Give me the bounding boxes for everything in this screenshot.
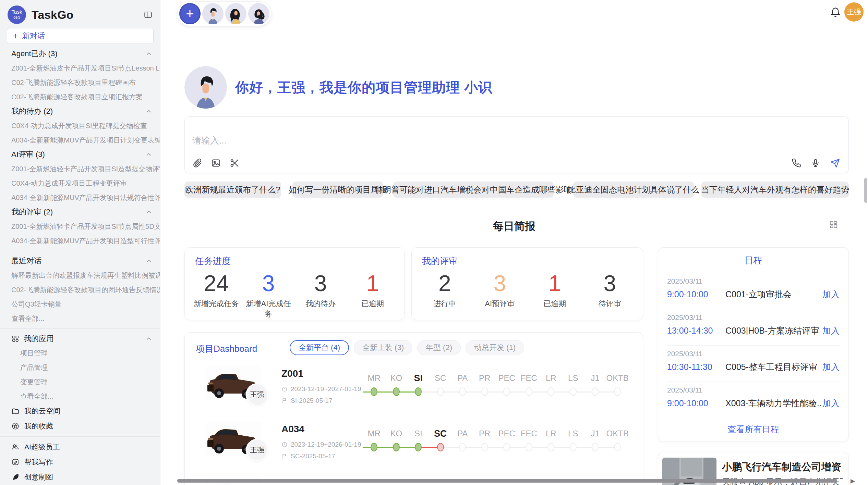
suggestion-chip[interactable]: 当下年轻人对汽车外观有怎样的喜好趋势 <box>701 182 849 198</box>
session-avatar-3[interactable] <box>248 3 269 24</box>
schedule-date: 2025/03/11 <box>667 350 840 358</box>
section-title: 我的应用 <box>24 334 145 344</box>
scrollbar-thumb[interactable] <box>177 479 837 483</box>
chevron-up-icon <box>145 208 153 216</box>
section-my-review[interactable]: 我的评审 (2) <box>0 205 160 219</box>
card-title: 我的评审 <box>422 255 458 267</box>
sidebar-item[interactable]: A034-全新新能源MUV产品开发项目造型可行性评审 <box>0 234 160 248</box>
sidebar-item[interactable]: Z001-全新燃油轻卡产品开发项目SI节点属性5D文件评审 <box>0 219 160 234</box>
join-meeting-button[interactable]: 加入 <box>822 361 840 373</box>
section-my-apps[interactable]: 我的应用 <box>0 332 160 346</box>
app-item-change-mgmt[interactable]: 变更管理 <box>0 375 160 389</box>
avatar-man-icon <box>202 3 224 24</box>
sidebar-item[interactable]: C02-飞腾新能源轻客改款项目立项汇报方案 <box>0 90 160 104</box>
section-recent-chats[interactable]: 最近对话 <box>0 254 160 268</box>
card-title: 任务进度 <box>195 255 231 267</box>
milestone-track: MRKOSISCPAPRPECFECLRLSJ1OKTB <box>363 365 634 418</box>
suggestion-chip[interactable]: 特朗普可能对进口汽车增税会对中国车企造成哪些影响 <box>393 182 554 198</box>
view-all-schedule-link[interactable]: 查看所有日程 <box>667 418 840 440</box>
join-meeting-button[interactable]: 加入 <box>822 398 840 409</box>
section-agent-done[interactable]: Agent已办 (3) <box>0 47 160 61</box>
schedule-item: 2025/03/11 9:00-10:00 X003-车辆动力学性能验... 加… <box>667 382 840 418</box>
sidebar-item[interactable]: C0X4-动力总成开发项目SI里程碑提交物检查 <box>0 119 160 133</box>
sidebar-item[interactable]: Z001-全新燃油轻卡产品开发项目SI造型提交物评审 <box>0 162 160 176</box>
collapse-sidebar-button[interactable] <box>144 10 153 19</box>
voice-call-button[interactable] <box>792 158 801 168</box>
tab-model-year[interactable]: 年型 (2) <box>417 340 461 355</box>
notifications-button[interactable] <box>830 7 841 19</box>
schedule-time: 9:00-10:00 <box>667 398 725 408</box>
stat-row: 2进行中 3AI预评审 1已逾期 3待评审 <box>417 271 637 309</box>
project-row[interactable]: 王强 Z001 2023-12-19~2027-01-19 SI-2025-05… <box>185 365 643 418</box>
project-owner-avatar: 王强 <box>246 383 268 406</box>
project-row[interactable]: 王强 A034 2023-12-19~2026-01-19 SC-2025-05… <box>185 421 643 473</box>
schedule-date: 2025/03/11 <box>667 313 840 322</box>
stat-ai-prereview: 3AI预评审 <box>472 271 528 309</box>
sidebar-item[interactable]: A034-全新新能源MUV产品开发项目法规符合性评审 <box>0 190 160 205</box>
microphone-button[interactable] <box>811 158 820 168</box>
milestone-track: MRKOSISCPAPRPECFECLRLSJ1OKTB <box>363 421 634 473</box>
section-my-todo[interactable]: 我的待办 (2) <box>0 104 160 119</box>
new-chat-button[interactable]: + 新对话 <box>7 28 154 44</box>
tab-powertrain[interactable]: 动总开发 (1) <box>466 340 524 355</box>
favorites-label: 我的收藏 <box>24 421 53 431</box>
sidebar-panel-icon <box>144 10 153 19</box>
cloud-space-label: 我的云空间 <box>24 406 60 416</box>
news-title: 小鹏飞行汽车制造公司增资 <box>722 460 841 474</box>
sidebar-item[interactable]: Z001-全新燃油皮卡产品开发项目SI节点Lesson Learn报告 <box>0 61 160 75</box>
chevron-up-icon <box>145 151 153 158</box>
recent-chat-item[interactable]: 公司Q3轻卡销量 <box>0 297 160 311</box>
recent-chat-item[interactable]: C02-飞腾新能源轻客改款项目的闭环通告反馈情况 <box>0 283 160 297</box>
join-meeting-button[interactable]: 加入 <box>822 289 840 300</box>
suggestion-chip[interactable]: 欧洲新规最近颁布了什么? <box>184 182 281 198</box>
join-meeting-button[interactable]: 加入 <box>822 325 840 336</box>
sidebar-item[interactable]: A034-全新新能源MUV产品开发项目计划变更表编写 <box>0 133 160 147</box>
stat-in-progress: 2进行中 <box>417 271 472 309</box>
chat-input[interactable] <box>192 135 501 146</box>
sidebar-item-creative-draw[interactable]: 创意制图 <box>0 470 160 485</box>
recent-view-all[interactable]: 查看全部... <box>0 311 160 326</box>
help-write-label: 帮我写作 <box>24 457 53 467</box>
sidebar-item-ai-staff[interactable]: AI超级员工 <box>0 439 160 455</box>
sidebar-item[interactable]: C02-飞腾新能源轻客改款项目里程碑画布 <box>0 75 160 90</box>
section-ai-review[interactable]: AI评审 (3) <box>0 147 160 162</box>
composer-right-tools <box>792 158 840 168</box>
horizontal-scrollbar[interactable]: ▶ <box>176 479 868 483</box>
folder-icon <box>11 407 20 415</box>
tab-new-platform[interactable]: 全新平台 (4) <box>290 340 349 355</box>
insert-image-button[interactable] <box>211 158 221 168</box>
project-dates: 2023-12-19~2026-01-19 <box>281 441 361 448</box>
sidebar-item-favorites[interactable]: 我的收藏 <box>0 419 160 434</box>
assistant-greeting: 你好，王强，我是你的项目管理助理 小识 <box>184 66 492 109</box>
suggestion-chip[interactable]: 如何写一份清晰的项目周报 <box>292 182 383 198</box>
dashboard-title: 项目Dashboard <box>196 343 257 355</box>
sidebar-item[interactable]: C0X4-动力总成开发项目工程变更评审 <box>0 176 160 190</box>
attach-button[interactable] <box>192 158 203 168</box>
project-owner-avatar: 王强 <box>246 439 268 461</box>
user-avatar[interactable]: 王强 <box>844 2 864 22</box>
sidebar-item-help-write[interactable]: 帮我写作 <box>0 455 160 470</box>
project-milestone-flag: SC-2025-05-17 <box>281 452 335 460</box>
session-avatar-2[interactable] <box>225 3 246 24</box>
quill-icon <box>11 473 20 481</box>
sidebar-lists: Agent已办 (3) Z001-全新燃油皮卡产品开发项目SI节点Lesson … <box>0 47 160 485</box>
suggestion-chip[interactable]: 比亚迪全固态电池计划具体说了什么 <box>573 182 694 198</box>
session-avatar-1[interactable] <box>202 3 224 24</box>
people-icon <box>11 443 20 451</box>
add-session-button[interactable]: + <box>179 3 201 24</box>
app-item-product-mgmt[interactable]: 产品管理 <box>0 360 160 375</box>
main-area: + 王强 你好，王强，我是你的项目管理助理 小识 <box>160 0 868 485</box>
screenshot-button[interactable] <box>229 158 240 168</box>
recent-chat-item[interactable]: 解释最新出台的欧盟报废车法规再生塑料比例被调至15%... <box>0 268 160 283</box>
stat-overdue: 1已逾期 <box>347 271 399 319</box>
tab-new-body[interactable]: 全新上装 (3) <box>354 340 412 355</box>
app-item-project-mgmt[interactable]: 项目管理 <box>0 346 160 360</box>
apps-view-all[interactable]: 查看全部... <box>0 389 160 403</box>
layout-toggle-button[interactable] <box>829 220 838 230</box>
schedule-time: 13:00-14:30 <box>667 326 725 336</box>
vertical-scrollbar[interactable] <box>864 178 867 203</box>
sidebar-item-cloud-space[interactable]: 我的云空间 <box>0 403 160 419</box>
bell-icon <box>830 7 841 18</box>
scroll-right-arrow-icon[interactable]: ▶ <box>851 477 855 485</box>
send-button[interactable] <box>830 158 840 168</box>
